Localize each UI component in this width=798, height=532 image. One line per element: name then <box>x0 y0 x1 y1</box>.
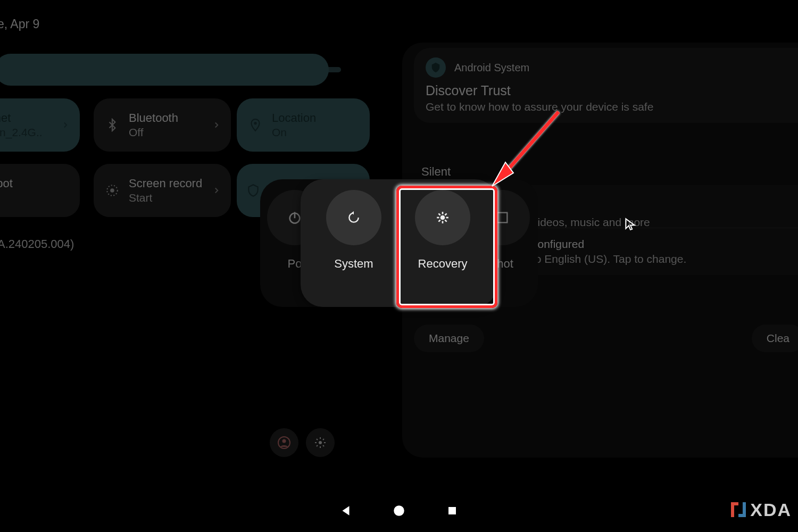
qs-tile-label: Screen record <box>129 177 202 190</box>
bluetooth-icon <box>105 118 119 132</box>
svg-point-9 <box>254 122 256 124</box>
xda-logo-icon <box>728 499 749 520</box>
notification-app: Android System <box>454 62 529 74</box>
xda-watermark: XDA <box>728 499 792 520</box>
qs-tile-sub: f <box>0 192 13 204</box>
square-recent-icon <box>446 504 459 517</box>
restart-recovery-button[interactable]: Recovery <box>403 190 483 271</box>
gear-icon <box>436 211 450 225</box>
svg-point-14 <box>319 441 322 444</box>
qs-tile-label: Location <box>272 111 316 125</box>
manage-button[interactable]: Manage <box>414 325 484 352</box>
shield-icon <box>426 57 446 78</box>
nav-back-button[interactable] <box>338 503 354 519</box>
location-icon <box>248 118 262 132</box>
svg-point-11 <box>110 188 114 193</box>
clear-button[interactable]: Clea <box>752 325 798 352</box>
qs-tile-sub: Start <box>129 192 202 204</box>
notification-trust[interactable]: Android System Discover Trust Get to kno… <box>414 48 798 123</box>
gear-icon <box>314 436 327 449</box>
svg-rect-17 <box>497 213 508 223</box>
nav-recent-button[interactable] <box>444 503 460 519</box>
chevron-right-icon <box>61 120 70 130</box>
xda-text: XDA <box>750 500 792 520</box>
svg-rect-30 <box>448 507 456 514</box>
svg-line-25 <box>438 220 440 221</box>
qs-tile-screenrecord[interactable]: Screen record Start <box>94 164 231 217</box>
qs-tile-label: Bluetooth <box>129 111 178 125</box>
manage-label: Manage <box>429 332 469 345</box>
triangle-back-icon <box>339 504 353 518</box>
notification-title: Discover Trust <box>426 83 789 98</box>
brightness-slider[interactable] <box>0 54 329 86</box>
power-item-label: System <box>334 257 373 271</box>
svg-line-23 <box>438 213 440 215</box>
settings-button[interactable] <box>306 428 335 457</box>
chevron-right-icon <box>212 120 221 130</box>
navigation-bar <box>0 503 798 519</box>
notification-body: Get to know how to assure your device is… <box>426 101 789 113</box>
qs-tile-label: otspot <box>0 177 13 190</box>
restart-icon <box>347 211 361 225</box>
qs-tile-sub: On <box>272 126 316 139</box>
statusbar-date: e, Apr 9 <box>0 17 39 31</box>
svg-point-29 <box>394 505 404 516</box>
chevron-right-icon <box>212 186 221 195</box>
qs-tile-internet[interactable]: ternet arion_2.4G.. <box>0 98 80 152</box>
build-number: A.240205.004) <box>0 237 74 251</box>
qs-tile-sub: Off <box>129 126 178 139</box>
power-icon <box>287 210 302 225</box>
qs-tile-sub: arion_2.4G.. <box>0 126 43 139</box>
qs-tile-hotspot[interactable]: otspot f <box>0 164 80 217</box>
clear-label: Clea <box>767 332 789 345</box>
record-icon <box>105 184 119 197</box>
svg-line-24 <box>445 220 446 221</box>
power-item-label: Po <box>288 257 302 271</box>
restart-system-button[interactable]: System <box>314 190 394 271</box>
nav-home-button[interactable] <box>391 503 407 519</box>
restart-submenu: System Recovery <box>301 179 497 307</box>
power-item-label: Recovery <box>418 257 468 271</box>
silent-section-label: Silent <box>421 165 451 179</box>
circle-home-icon <box>392 504 406 518</box>
user-switcher-button[interactable] <box>270 428 298 457</box>
svg-line-26 <box>445 213 446 215</box>
qs-tile-location[interactable]: Location On <box>237 98 370 152</box>
svg-point-18 <box>440 215 445 220</box>
svg-point-13 <box>282 439 286 443</box>
qs-tile-bluetooth[interactable]: Bluetooth Off <box>94 98 231 152</box>
user-icon <box>278 436 290 449</box>
qs-tile-label: ternet <box>0 111 43 125</box>
